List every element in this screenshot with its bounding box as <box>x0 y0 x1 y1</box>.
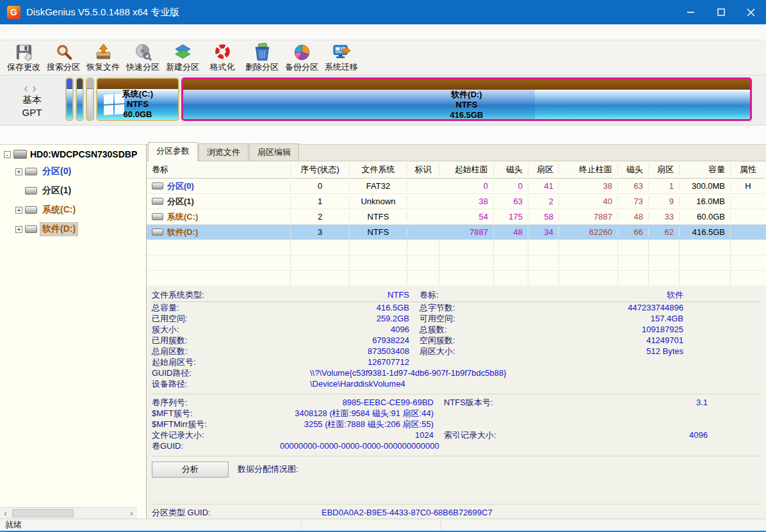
new-partition-layers-icon <box>174 43 192 61</box>
window-controls <box>676 0 766 24</box>
detail-row: 簇大小:4096 总簇数:109187925 <box>152 324 761 335</box>
toolbar-button-new-partition[interactable]: 新建分区 <box>163 43 202 73</box>
minimize-icon <box>687 8 695 16</box>
detail-row: 已用空间:259.2GB 可用空间:157.4GB <box>152 313 761 324</box>
tree-horizontal-scrollbar[interactable]: ‹ › <box>0 507 137 519</box>
expand-icon[interactable]: + <box>15 207 22 214</box>
system-migrate-monitor-icon <box>332 43 351 61</box>
menu-item[interactable] <box>45 31 59 33</box>
disk-info-line <box>0 125 766 145</box>
partition-usage-strip <box>87 79 93 89</box>
partition-c-fs: NTFS <box>127 99 149 109</box>
tab-sector-edit[interactable]: 扇区编辑 <box>249 143 299 161</box>
section-divider <box>152 456 761 456</box>
tree-item[interactable]: + 软件(D:) <box>0 220 146 239</box>
tab-browse-files[interactable]: 浏览文件 <box>199 143 249 161</box>
partition-row[interactable]: 分区(0) 0 FAT32 0 0 41 38 63 1 300.0MB H <box>147 179 766 194</box>
scrollbar-thumb[interactable] <box>12 509 74 517</box>
menu-item[interactable] <box>31 31 45 33</box>
prev-disk-icon[interactable]: ‹ <box>24 81 32 95</box>
menu-item[interactable] <box>17 31 31 33</box>
detail-row: 起始扇区号:126707712 <box>152 357 761 367</box>
partition-block-c[interactable]: 系统(C:) NTFS 60.0GB <box>96 77 179 121</box>
toolbar-button-recover-files[interactable]: 恢复文件 <box>83 43 123 73</box>
scroll-right-icon[interactable]: › <box>126 508 137 518</box>
partition-block-free[interactable] <box>86 77 94 121</box>
table-header: 卷标 序号(状态) 文件系统 标识 起始柱面 磁头 扇区 终止柱面 磁头 扇区 … <box>147 161 766 179</box>
detail-row: 文件系统类型:NTFS 卷标:软件 <box>152 289 761 302</box>
allocation-map-label: 数据分配情况图: <box>238 463 298 475</box>
menu-item[interactable] <box>3 31 17 33</box>
tree-item[interactable]: + 分区(0) <box>0 162 146 181</box>
analyze-button[interactable]: 分析 <box>152 462 229 478</box>
tree-item-disk-hd0[interactable]: - HD0:WDCPCSN730SDBP <box>0 145 146 162</box>
partition-block-esp[interactable] <box>65 77 74 121</box>
delete-trash-icon <box>253 43 272 61</box>
scrollbar-track[interactable] <box>11 508 126 519</box>
detail-row: $MFTMirr簇号:3255 (柱面:7888 磁头:206 扇区:55) <box>152 419 761 430</box>
partition-d-size: 416.5GB <box>450 110 483 120</box>
partition-row[interactable]: 分区(1) 1 Unknown 38 63 2 40 73 9 16.0MB <box>147 194 766 209</box>
next-disk-icon[interactable]: › <box>32 81 40 95</box>
collapse-icon[interactable]: - <box>4 151 11 158</box>
disk-type-label: 基本 <box>22 93 42 106</box>
menubar <box>0 24 766 40</box>
menu-item[interactable] <box>59 31 73 33</box>
toolbar-button-format[interactable]: 格式化 <box>202 43 242 73</box>
partition-icon <box>152 198 163 205</box>
partition-name: 分区(1) <box>167 196 194 207</box>
toolbar-button-delete-partition[interactable]: 删除分区 <box>242 43 282 73</box>
partition-row[interactable]: 软件(D:) 3 NTFS 7887 48 34 62260 66 62 416… <box>147 225 766 240</box>
partition-table: 分区(0) 0 FAT32 0 0 41 38 63 1 300.0MB H 分… <box>147 179 766 240</box>
partition-icon <box>152 229 163 236</box>
expand-icon[interactable]: + <box>15 168 22 175</box>
titlebar: G DiskGenius V5.5.0.1488 x64 专业版 <box>0 0 766 24</box>
disk-overview: ‹› 基本 GPT 系统(C:) NTFS 60.0GB <box>0 76 766 125</box>
format-ring-icon <box>213 43 232 61</box>
tree-item-label: 分区(0) <box>40 165 73 178</box>
partition-name: 软件(D:) <box>167 227 198 238</box>
partition-icon <box>25 225 37 233</box>
allocation-map-area <box>152 480 761 501</box>
windows-logo-icon <box>104 93 124 115</box>
menu-item[interactable] <box>73 31 87 33</box>
detail-row: 文件记录大小:1024 索引记录大小:4096 <box>152 430 761 440</box>
toolbar-label: 保存更改 <box>7 61 40 73</box>
tree-item[interactable]: 分区(1) <box>0 181 146 200</box>
detail-row: 总容量:416.5GB 总字节数:447233744896 <box>152 302 761 313</box>
table-empty-rows <box>147 240 766 286</box>
partition-icon <box>152 213 163 220</box>
expand-icon[interactable]: + <box>15 226 22 233</box>
close-button[interactable] <box>736 0 766 24</box>
partition-details: 文件系统类型:NTFS 卷标:软件 总容量:416.5GB 总字节数:44723… <box>147 286 766 519</box>
partition-block-msr[interactable] <box>76 77 84 121</box>
partition-c-size: 60.0GB <box>124 109 152 120</box>
ntfs-details: 卷序列号:8985-EEBC-CE99-69BD NTFS版本号:3.1 $MF… <box>152 397 761 453</box>
partition-icon <box>25 187 37 195</box>
floppy-save-icon <box>15 43 33 61</box>
minimize-button[interactable] <box>676 0 706 24</box>
maximize-icon <box>717 8 725 16</box>
partition-row[interactable]: 系统(C:) 2 NTFS 54 175 58 7887 48 33 60.0G… <box>147 209 766 225</box>
scroll-left-icon[interactable]: ‹ <box>0 508 11 518</box>
detail-row: $MFT簇号:3408128 (柱面:9584 磁头:91 扇区:44) <box>152 408 761 419</box>
partition-d-fs: NTFS <box>456 100 478 110</box>
toolbar-label: 新建分区 <box>166 61 199 73</box>
harddisk-icon <box>13 150 27 159</box>
toolbar-button-search-partition[interactable]: 搜索分区 <box>44 43 83 73</box>
disk-scheme-label: GPT <box>22 106 42 119</box>
partition-usage-strip <box>97 79 178 89</box>
maximize-button[interactable] <box>706 0 736 24</box>
toolbar-button-system-migrate[interactable]: 系统迁移 <box>322 43 361 73</box>
section-divider <box>152 504 761 504</box>
tab-partition-parameters[interactable]: 分区参数 <box>148 142 198 161</box>
partition-block-d-selected[interactable]: 软件(D:) NTFS 416.5GB <box>181 77 752 121</box>
detail-row: 已用簇数:67938224 空闲簇数:41249701 <box>152 335 761 346</box>
toolbar-button-backup-partition[interactable]: 备份分区 <box>282 43 322 73</box>
tree-item[interactable]: + 系统(C:) <box>0 200 146 220</box>
toolbar-button-save-changes[interactable]: 保存更改 <box>4 43 44 73</box>
app-logo-icon: G <box>7 6 20 19</box>
recover-files-icon <box>94 43 113 61</box>
toolbar-button-quick-partition[interactable]: 快速分区 <box>123 43 163 73</box>
guid-details: 分区类型 GUID: EBD0A0A2-B9E5-4433-87C0-68B6B… <box>152 507 761 519</box>
